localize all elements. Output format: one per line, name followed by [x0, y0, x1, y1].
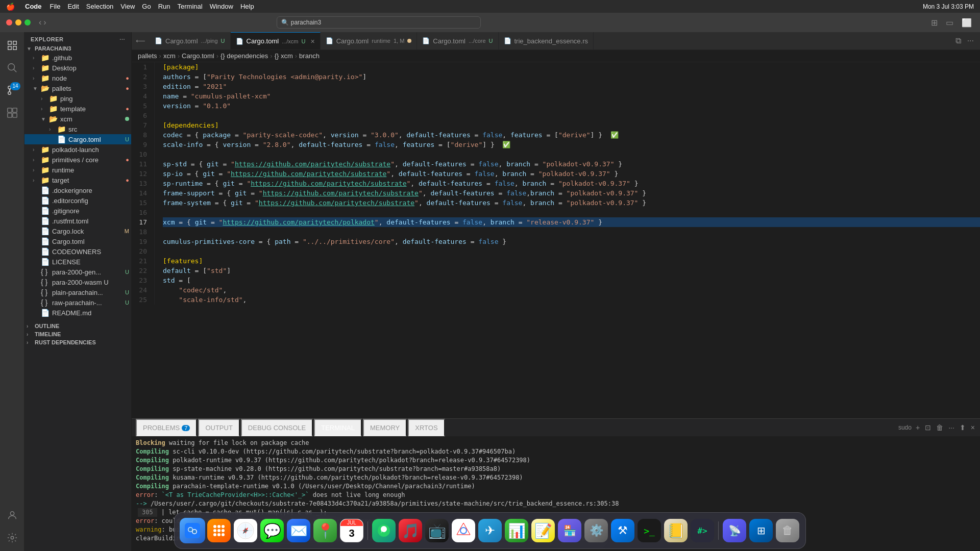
bc-xcm[interactable]: xcm: [163, 52, 176, 60]
split-terminal-icon[interactable]: ⊡: [924, 422, 932, 433]
tab-trie-backend[interactable]: 📄 trie_backend_essence.rs: [499, 32, 594, 49]
tab-cargo-ping[interactable]: 📄 Cargo.toml .../ping U: [150, 32, 231, 49]
tab-close-icon[interactable]: ×: [310, 37, 314, 45]
dock-terminal[interactable]: >_: [636, 518, 662, 543]
overflow-icon[interactable]: ···: [965, 35, 976, 46]
dock-trash[interactable]: 🗑: [775, 518, 800, 543]
sidebar-item-xcm[interactable]: ▼ 📂 xcm: [24, 114, 131, 124]
tab-cargo-xcm[interactable]: 📄 Cargo.toml .../xcm U ×: [231, 32, 321, 49]
sidebar-item-rustfmt[interactable]: 📄 .rustfmt.toml: [24, 216, 131, 226]
sidebar-item-desktop[interactable]: › 📁 Desktop: [24, 63, 131, 73]
tree-root[interactable]: ▼ PARACHAIN3: [24, 44, 131, 53]
activity-extensions[interactable]: [3, 104, 21, 122]
bc-file[interactable]: Cargo.toml: [182, 52, 214, 60]
sidebar-item-para2000wasm[interactable]: { } para-2000-wasm U: [24, 277, 131, 287]
sidebar-item-template[interactable]: › 📁 template ●: [24, 104, 131, 114]
activity-account[interactable]: [3, 506, 21, 524]
menu-terminal[interactable]: Terminal: [178, 3, 203, 10]
apple-menu[interactable]: 🍎: [6, 3, 15, 11]
dock-windows[interactable]: ⊞: [748, 518, 774, 543]
sidebar-item-pallets[interactable]: ▼ 📂 pallets ●: [24, 83, 131, 93]
dock-airdrop[interactable]: 📡: [722, 518, 747, 543]
dock-numbers[interactable]: 📊: [504, 518, 529, 543]
menu-file[interactable]: File: [50, 3, 61, 10]
tab-memory[interactable]: MEMORY: [363, 419, 407, 436]
back-arrow[interactable]: ‹: [39, 18, 41, 27]
forward-arrow[interactable]: ›: [43, 18, 46, 27]
dock-apps[interactable]: 🏪: [557, 518, 582, 543]
sidebar-item-cargotoml[interactable]: 📄 Cargo.toml: [24, 236, 131, 246]
dock-mail[interactable]: ✉️: [286, 518, 311, 543]
sidebar-item-codeowners[interactable]: 📄 CODEOWNERS: [24, 246, 131, 257]
dock-chrome[interactable]: [451, 518, 476, 543]
tab-cargo-core[interactable]: 📄 Cargo.toml .../core U: [417, 32, 498, 49]
maximize-terminal-icon[interactable]: ⬆: [959, 422, 967, 433]
split-editor-icon[interactable]: ⊞: [929, 17, 940, 29]
sidebar-rust-deps[interactable]: › RUST DEPENDENCIES: [24, 338, 131, 346]
trash-icon[interactable]: 🗑: [935, 422, 944, 433]
sidebar-item-polkadot-launch[interactable]: › 📁 polkadot-launch: [24, 144, 131, 155]
menu-help[interactable]: Help: [240, 3, 254, 10]
sidebar-timeline[interactable]: › TIMELINE: [24, 330, 131, 338]
dock-maps[interactable]: 📍: [312, 518, 338, 543]
bc-xcm2[interactable]: {} xcm: [275, 52, 293, 60]
sidebar-item-plainparachain[interactable]: { } plain-parachain... U: [24, 287, 131, 297]
sidebar-item-cargo-xcm[interactable]: 📄 Cargo.toml U: [24, 134, 131, 144]
sidebar-item-primitives[interactable]: › 📁 primitives / core ●: [24, 155, 131, 165]
maximize-panel-icon[interactable]: ⬜: [960, 17, 974, 29]
minimize-button[interactable]: [15, 19, 21, 26]
dock-messages[interactable]: 💬: [259, 518, 285, 543]
sidebar-item-gitignore[interactable]: 📄 .gitignore: [24, 206, 131, 216]
dock-finder[interactable]: [180, 518, 205, 543]
activity-settings[interactable]: [3, 529, 21, 547]
dock-launchpad[interactable]: [206, 518, 232, 543]
tab-debug-console[interactable]: DEBUG CONSOLE: [241, 419, 313, 436]
toggle-panel-icon[interactable]: ▭: [944, 17, 955, 29]
sidebar-item-para2000gen[interactable]: { } para-2000-gen... U: [24, 267, 131, 277]
sidebar-item-readme[interactable]: 📄 README.md: [24, 308, 131, 318]
bc-branch[interactable]: branch: [299, 52, 320, 60]
maximize-button[interactable]: [24, 19, 31, 26]
sidebar-item-target[interactable]: › 📁 target ●: [24, 175, 131, 185]
close-terminal-icon[interactable]: ×: [970, 422, 976, 433]
activity-search[interactable]: [3, 59, 21, 77]
dock-calendar[interactable]: JUL 3: [339, 518, 364, 543]
tab-problems[interactable]: PROBLEMS 7: [136, 419, 197, 436]
tab-xrtos[interactable]: XRTOS: [408, 419, 445, 436]
bc-pallets[interactable]: pallets: [138, 52, 157, 60]
dock-notes[interactable]: 📝: [530, 518, 556, 543]
tab-cargo-runtime[interactable]: 📄 Cargo.toml runtime 1, M: [321, 32, 418, 49]
menu-edit[interactable]: Edit: [67, 3, 79, 10]
dock-music[interactable]: 🎵: [398, 518, 423, 543]
sidebar-item-rawparachain[interactable]: { } raw-parachain-... U: [24, 297, 131, 308]
sidebar-item-cargolock[interactable]: 📄 Cargo.lock M: [24, 226, 131, 236]
activity-source-control[interactable]: 14: [3, 81, 21, 99]
dock-telegram[interactable]: ✈: [477, 518, 503, 543]
sidebar-item-node[interactable]: › 📁 node ●: [24, 73, 131, 83]
sidebar-item-editorconfig[interactable]: 📄 .editorconfig: [24, 195, 131, 206]
menu-view[interactable]: View: [120, 3, 135, 10]
new-terminal-icon[interactable]: +: [915, 422, 921, 433]
dock-xcode[interactable]: ⚒: [610, 518, 635, 543]
dock-system-prefs[interactable]: ⚙️: [583, 518, 609, 543]
close-button[interactable]: [6, 19, 12, 26]
tab-terminal[interactable]: TERMINAL: [314, 419, 362, 436]
menu-window[interactable]: Window: [210, 3, 233, 10]
tab-left-icon[interactable]: ⟵: [134, 36, 148, 46]
tab-output[interactable]: OUTPUT: [198, 419, 239, 436]
code-editor[interactable]: 1 2 3 4 5 6 7 8 9 10 11 12 13 14: [132, 62, 980, 418]
dock-safari[interactable]: [233, 518, 258, 543]
activity-explorer[interactable]: [3, 36, 21, 55]
dock-terminal2[interactable]: #>: [690, 518, 715, 543]
sidebar-item-github[interactable]: › 📁 .github: [24, 53, 131, 63]
menu-run[interactable]: Run: [158, 3, 170, 10]
sidebar-outline[interactable]: › OUTLINE: [24, 322, 131, 330]
dock-notes2[interactable]: 📒: [663, 518, 689, 543]
sidebar-item-src[interactable]: › 📁 src: [24, 124, 131, 134]
split-right-icon[interactable]: ⧉: [953, 35, 963, 46]
more-panel-icon[interactable]: ···: [947, 422, 955, 433]
bc-dependencies[interactable]: {} dependencies: [220, 52, 268, 60]
search-bar[interactable]: 🔍 parachain3: [277, 16, 481, 29]
dock-whatsapp[interactable]: [371, 518, 397, 543]
sidebar-item-license[interactable]: 📄 LICENSE: [24, 257, 131, 267]
